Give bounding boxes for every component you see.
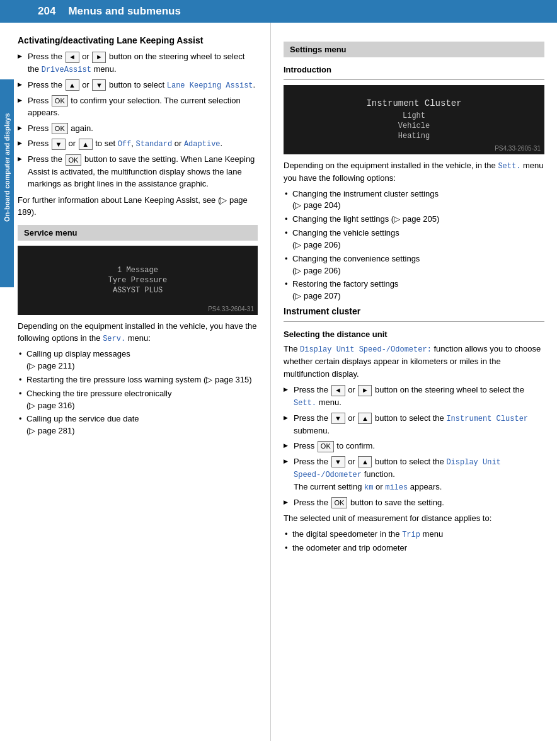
- lk-step4: Press OK again.: [18, 122, 258, 135]
- lane-keeping-section: Activating/deactivating Lane Keeping Ass…: [18, 35, 258, 219]
- lane-keeping-title: Activating/deactivating Lane Keeping Ass…: [18, 35, 258, 45]
- mono-sett-r: Sett.: [294, 399, 316, 408]
- page-title: Menus and submenus: [68, 5, 181, 18]
- lk-step3: Press OK to confirm your selection. The …: [18, 94, 258, 119]
- settings-intro: Depending on the equipment installed in …: [284, 159, 544, 185]
- mono-lane-keeping: Lane Keeping Assist: [167, 81, 253, 90]
- service-items: Calling up display messages(▷ page 211) …: [18, 348, 258, 437]
- service-item-2: Restarting the tire pressure loss warnin…: [18, 374, 258, 386]
- left-column: Activating/deactivating Lane Keeping Ass…: [0, 23, 271, 741]
- settings-item-5: Restoring the factory settings(▷ page 20…: [284, 278, 544, 302]
- btn-ok-r1: OK: [318, 441, 334, 452]
- btn-left-r: ◄: [331, 385, 345, 396]
- btn-right-arrow: ►: [92, 52, 106, 63]
- btn-left-arrow: ◄: [66, 52, 79, 63]
- btn-ok-1: OK: [52, 95, 68, 106]
- settings-menu-image: Instrument Cluster Light Vehicle Heating…: [284, 85, 544, 154]
- mono-ic: Instrument Cluster: [446, 415, 528, 423]
- right-column: Settings menu Introduction Instrument Cl…: [271, 23, 557, 741]
- settings-item-2: Changing the light settings (▷ page 205): [284, 214, 544, 226]
- service-item-3: Checking the tire pressure electronicall…: [18, 388, 258, 412]
- lk-step2: Press the ▲ or ▼ button to select Lane K…: [18, 79, 258, 91]
- intro-divider: [284, 79, 544, 80]
- lk-step1: Press the ◄ or ► button on the steering …: [18, 50, 258, 76]
- lk-step5: Press ▼ or ▲ to set Off, Standard or Ada…: [18, 137, 258, 150]
- du-step2: Press the ▼ or ▲ button to select the In…: [284, 412, 544, 437]
- service-menu-bar: Service menu: [18, 225, 258, 241]
- mono-serv: Serv.: [103, 335, 125, 343]
- btn-ok-r2: OK: [331, 497, 348, 508]
- applies-item-2: the odometer and trip odometer: [284, 542, 544, 554]
- side-tab-blue-box: [0, 256, 14, 287]
- introduction-title: Introduction: [284, 65, 544, 74]
- du-step5: Press the OK button to save the setting.: [284, 496, 544, 509]
- btn-down-arrow: ▼: [92, 79, 106, 91]
- applies-items: the digital speedometer in the Trip menu…: [284, 529, 544, 554]
- btn-down-r: ▼: [331, 413, 345, 424]
- settings-menu-bar: Settings menu: [284, 42, 544, 57]
- mono-sett: Sett.: [498, 162, 520, 171]
- mono-off: Off: [118, 140, 132, 149]
- mono-miles: miles: [385, 483, 408, 492]
- du-step4: Press the ▼ or ▲ button to select the Di…: [284, 455, 544, 493]
- settings-item-1: Changing the instrument cluster settings…: [284, 188, 544, 212]
- instrument-cluster-title: Instrument cluster: [284, 306, 544, 316]
- page-number: 204: [38, 5, 55, 18]
- page-wrapper: On-board computer and displays Activatin…: [0, 23, 557, 741]
- btn-up-2: ▲: [79, 139, 93, 150]
- distance-unit-title: Selecting the distance unit: [284, 329, 544, 339]
- lane-keeping-steps: Press the ◄ or ► button on the steering …: [18, 50, 258, 190]
- applies-title: The selected unit of measurement for dis…: [284, 512, 544, 525]
- lk-step6: Press the OK button to save the setting.…: [18, 153, 258, 190]
- mono-km: km: [364, 483, 373, 492]
- side-tab: On-board computer and displays: [0, 79, 14, 256]
- service-menu-section: Service menu 1 Message Tyre Pressure ASS…: [18, 225, 258, 437]
- applies-item-1: the digital speedometer in the Trip menu: [284, 529, 544, 541]
- btn-up-r2: ▲: [358, 456, 372, 467]
- distance-unit-intro: The Display Unit Speed-/Odometer: functi…: [284, 343, 544, 380]
- service-menu-image: 1 Message Tyre Pressure ASSYST PLUS PS4.…: [18, 246, 258, 315]
- btn-down-r2: ▼: [331, 456, 345, 467]
- mono-driveassist: DriveAssist: [42, 66, 91, 74]
- settings-items: Changing the instrument cluster settings…: [284, 188, 544, 303]
- du-step1: Press the ◄ or ► button on the steering …: [284, 384, 544, 409]
- btn-down-2: ▼: [52, 139, 66, 150]
- settings-item-3: Changing the vehicle settings(▷ page 206…: [284, 227, 544, 251]
- du-step3: Press OK to confirm.: [284, 440, 544, 452]
- btn-ok-2: OK: [52, 123, 68, 134]
- btn-right-r: ►: [358, 385, 372, 396]
- mono-adaptive: Adaptive: [184, 140, 221, 149]
- distance-steps: Press the ◄ or ► button on the steering …: [284, 384, 544, 508]
- service-item-1: Calling up display messages(▷ page 211): [18, 348, 258, 372]
- mono-disp-unit2: Display Unit Speed-/Odometer: [294, 458, 501, 479]
- lane-keeping-note: For further information about Lane Keepi…: [18, 194, 258, 219]
- settings-menu-section: Settings menu Introduction Instrument Cl…: [284, 42, 544, 302]
- mono-standard: Standard: [136, 140, 173, 149]
- settings-item-4: Changing the convenience settings(▷ page…: [284, 253, 544, 277]
- service-intro: Depending on the equipment installed in …: [18, 320, 258, 345]
- btn-up-arrow: ▲: [66, 79, 79, 91]
- mono-display-unit: Display Unit Speed-/Odometer:: [300, 345, 432, 354]
- ic-divider: [284, 321, 544, 322]
- page-header: 204 Menus and submenus: [0, 0, 557, 23]
- service-item-4: Calling up the service due date(▷ page 2…: [18, 413, 258, 437]
- btn-ok-3: OK: [66, 154, 82, 166]
- btn-up-r: ▲: [358, 413, 372, 424]
- mono-trip: Trip: [402, 530, 420, 539]
- instrument-cluster-section: Instrument cluster Selecting the distanc…: [284, 306, 544, 554]
